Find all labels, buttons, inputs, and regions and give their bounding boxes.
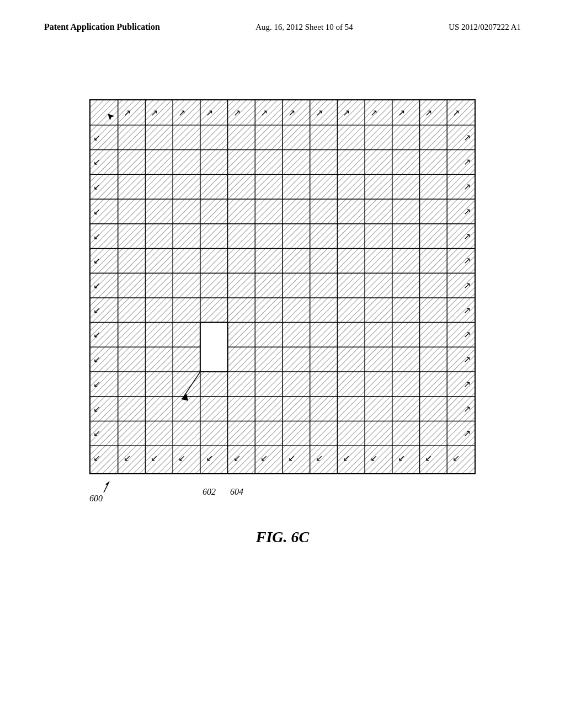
figure-labels: 600 602 604 (89, 479, 476, 512)
publication-date-sheet: Aug. 16, 2012 Sheet 10 of 54 (255, 23, 353, 32)
page-header: Patent Application Publication Aug. 16, … (44, 22, 521, 32)
arrow-600-icon (95, 479, 112, 495)
svg-text:↙: ↙ (288, 453, 295, 463)
svg-text:↗: ↗ (288, 108, 295, 117)
svg-text:↙: ↙ (398, 453, 405, 463)
svg-text:↙: ↙ (260, 453, 268, 463)
figure-caption: FIG. 6C (89, 528, 476, 546)
svg-text:↗: ↗ (206, 108, 213, 117)
svg-text:↗: ↗ (463, 330, 471, 339)
svg-text:↗: ↗ (463, 281, 471, 290)
main-content: // This won't execute in SVG context; us… (44, 83, 521, 546)
svg-text:↙: ↙ (178, 453, 185, 463)
svg-text:↗: ↗ (452, 108, 460, 117)
svg-text:↙: ↙ (316, 453, 323, 463)
svg-text:↙: ↙ (370, 453, 377, 463)
svg-text:↙: ↙ (93, 404, 100, 414)
svg-text:↗: ↗ (425, 108, 432, 117)
svg-text:↙: ↙ (93, 330, 100, 339)
svg-text:↗: ↗ (151, 108, 158, 117)
svg-text:↗: ↗ (463, 355, 471, 364)
svg-text:↗: ↗ (398, 108, 405, 117)
svg-text:↙: ↙ (93, 306, 100, 315)
publication-title: Patent Application Publication (44, 22, 160, 32)
svg-text:↙: ↙ (93, 281, 100, 290)
svg-text:↙: ↙ (93, 429, 100, 438)
svg-text:↗: ↗ (463, 182, 471, 191)
svg-text:↙: ↙ (124, 453, 131, 463)
svg-text:↗: ↗ (370, 108, 377, 117)
svg-text:↗: ↗ (463, 429, 471, 438)
svg-text:↗: ↗ (463, 256, 471, 265)
svg-text:↙: ↙ (93, 207, 100, 216)
svg-text:↙: ↙ (452, 453, 460, 463)
svg-text:↙: ↙ (93, 182, 100, 191)
svg-text:↗: ↗ (463, 404, 471, 414)
svg-rect-84 (200, 323, 228, 372)
svg-text:↗: ↗ (316, 108, 323, 117)
svg-text:↗: ↗ (463, 379, 471, 389)
svg-text:↗: ↗ (463, 207, 471, 216)
label-602: 602 (202, 487, 216, 496)
svg-text:↙: ↙ (151, 453, 158, 463)
svg-text:↗: ↗ (463, 232, 471, 241)
svg-text:↗: ↗ (463, 306, 471, 315)
svg-text:↙: ↙ (93, 355, 100, 364)
diagram-container: // This won't execute in SVG context; us… (89, 99, 476, 546)
svg-text:↗: ↗ (463, 133, 471, 142)
svg-text:↙: ↙ (93, 379, 100, 389)
svg-text:↙: ↙ (233, 453, 241, 463)
svg-text:↙: ↙ (93, 232, 100, 241)
grid-figure: // This won't execute in SVG context; us… (89, 99, 476, 474)
svg-text:↙: ↙ (206, 453, 213, 463)
svg-text:↗: ↗ (463, 157, 471, 167)
label-604: 604 (230, 487, 243, 496)
svg-text:↗: ↗ (124, 108, 131, 117)
svg-text:↗: ↗ (178, 108, 185, 117)
publication-number: US 2012/0207222 A1 (449, 23, 521, 32)
svg-text:↙: ↙ (93, 157, 100, 167)
svg-text:↙: ↙ (93, 256, 100, 265)
grid-svg: // This won't execute in SVG context; us… (90, 100, 475, 473)
svg-text:↙: ↙ (425, 453, 432, 463)
svg-text:↗: ↗ (233, 108, 241, 117)
svg-text:↗: ↗ (343, 108, 350, 117)
svg-text:↗: ↗ (260, 108, 268, 117)
svg-text:↙: ↙ (93, 133, 100, 142)
svg-text:↙: ↙ (93, 453, 100, 463)
svg-text:↙: ↙ (343, 453, 350, 463)
